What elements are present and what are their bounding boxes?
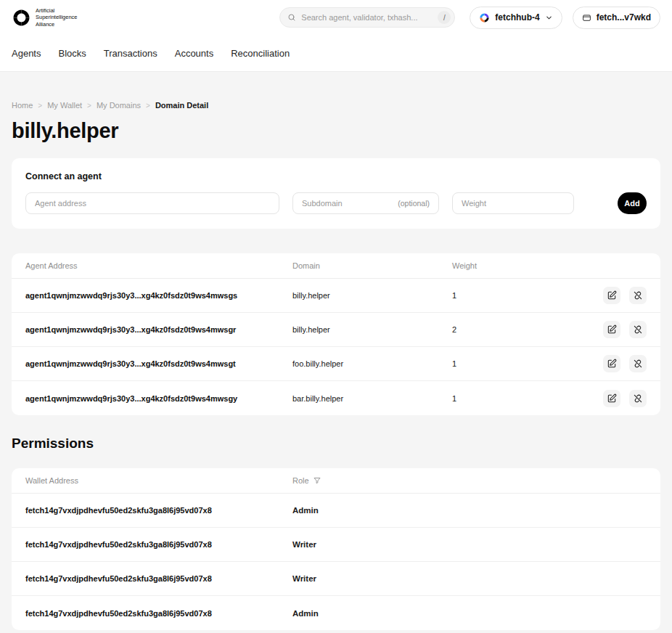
- row-actions: [603, 355, 647, 372]
- agent-weight: 2: [452, 325, 603, 334]
- page-content: Home > My Wallet > My Domains > Domain D…: [0, 72, 672, 630]
- nav-item-agents[interactable]: Agents: [12, 48, 41, 59]
- table-row: fetch14g7vxdjpdhevfu50ed2skfu3ga8l6j95vd…: [12, 528, 660, 562]
- col-domain: Domain: [292, 261, 452, 270]
- permissions-table: Wallet Address Role fetch14g7vxdjpdhevfu…: [12, 468, 660, 630]
- table-row: agent1qwnjmzwwdq9rjs30y3...xg4kz0fsdz0t9…: [12, 313, 660, 347]
- network-selector-button[interactable]: fetchhub-4: [470, 7, 562, 29]
- search-icon: [287, 13, 296, 22]
- agents-table-header: Agent Address Domain Weight: [12, 253, 660, 279]
- table-row: fetch14g7vxdjpdhevfu50ed2skfu3ga8l6j95vd…: [12, 494, 660, 528]
- edit-agent-button[interactable]: [603, 321, 620, 338]
- nav-item-blocks[interactable]: Blocks: [58, 48, 86, 59]
- edit-agent-button[interactable]: [603, 390, 620, 407]
- edit-agent-button[interactable]: [603, 355, 620, 372]
- agent-address-field[interactable]: [25, 192, 279, 214]
- connect-agent-title: Connect an agent: [25, 171, 647, 181]
- asi-alliance-logo[interactable]: Artificial Superintelligence Alliance: [12, 7, 78, 28]
- subdomain-optional-hint: (optional): [398, 199, 430, 208]
- role-badge: Writer: [292, 574, 647, 583]
- agent-address: agent1qwnjmzwwdq9rjs30y3...xg4kz0fsdz0t9…: [25, 394, 292, 403]
- unlink-agent-button[interactable]: [629, 321, 647, 338]
- network-icon: [479, 12, 490, 23]
- wallet-address: fetch14g7vxdjpdhevfu50ed2skfu3ga8l6j95vd…: [25, 609, 292, 618]
- row-actions: [603, 287, 647, 304]
- breadcrumb: Home > My Wallet > My Domains > Domain D…: [12, 72, 660, 110]
- subdomain-field[interactable]: (optional): [292, 192, 439, 214]
- permissions-title: Permissions: [12, 436, 660, 452]
- table-row: agent1qwnjmzwwdq9rjs30y3...xg4kz0fsdz0t9…: [12, 347, 660, 381]
- agent-address: agent1qwnjmzwwdq9rjs30y3...xg4kz0fsdz0t9…: [25, 359, 292, 368]
- breadcrumb-domain-detail: Domain Detail: [155, 101, 208, 110]
- connect-agent-form: (optional) Add: [25, 192, 647, 214]
- agent-domain: billy.helper: [292, 325, 452, 334]
- main-nav: Agents Blocks Transactions Accounts Reco…: [0, 35, 672, 72]
- page-title: billy.helper: [12, 119, 660, 143]
- table-row: fetch14g7vxdjpdhevfu50ed2skfu3ga8l6j95vd…: [12, 596, 660, 630]
- wallet-address: fetch14g7vxdjpdhevfu50ed2skfu3ga8l6j95vd…: [25, 574, 292, 583]
- col-agent-address: Agent Address: [25, 261, 292, 270]
- permissions-table-header: Wallet Address Role: [12, 468, 660, 494]
- top-bar: Artificial Superintelligence Alliance / …: [0, 0, 672, 35]
- wallet-icon: [582, 13, 591, 23]
- nav-item-transactions[interactable]: Transactions: [104, 48, 157, 59]
- wallet-address: fetch14g7vxdjpdhevfu50ed2skfu3ga8l6j95vd…: [25, 506, 292, 515]
- role-filter-icon[interactable]: [313, 476, 321, 485]
- agents-table: Agent Address Domain Weight agent1qwnjmz…: [12, 253, 660, 415]
- breadcrumb-separator: >: [87, 102, 91, 110]
- chevron-down-icon: [545, 14, 553, 22]
- connect-agent-card: Connect an agent (optional) Add: [12, 158, 660, 229]
- subdomain-input[interactable]: [302, 199, 398, 208]
- role-badge: Admin: [292, 609, 647, 618]
- wallet-button[interactable]: fetch...v7wkd: [573, 7, 660, 29]
- agent-address-input[interactable]: [35, 199, 270, 208]
- breadcrumb-separator: >: [38, 102, 42, 110]
- asi-logo-wordmark: Artificial Superintelligence Alliance: [36, 7, 78, 28]
- weight-input[interactable]: [462, 199, 565, 208]
- agent-address: agent1qwnjmzwwdq9rjs30y3...xg4kz0fsdz0t9…: [25, 325, 292, 334]
- search-shortcut-badge: /: [438, 11, 451, 24]
- breadcrumb-home[interactable]: Home: [12, 101, 33, 110]
- unlink-agent-button[interactable]: [629, 287, 647, 304]
- breadcrumb-my-wallet[interactable]: My Wallet: [47, 101, 82, 110]
- breadcrumb-my-domains[interactable]: My Domains: [97, 101, 141, 110]
- table-row: agent1qwnjmzwwdq9rjs30y3...xg4kz0fsdz0t9…: [12, 381, 660, 415]
- add-agent-button[interactable]: Add: [618, 192, 647, 214]
- weight-field[interactable]: [452, 192, 574, 214]
- global-search[interactable]: /: [279, 7, 455, 28]
- agent-weight: 1: [452, 291, 603, 300]
- edit-agent-button[interactable]: [603, 287, 620, 304]
- role-badge: Writer: [292, 540, 647, 549]
- row-actions: [603, 321, 647, 338]
- asi-logo-icon: [12, 8, 31, 28]
- network-label: fetchhub-4: [495, 12, 539, 23]
- agent-domain: foo.billy.helper: [292, 359, 452, 368]
- col-role: Role: [292, 476, 309, 485]
- agent-weight: 1: [452, 394, 603, 403]
- nav-item-accounts[interactable]: Accounts: [175, 48, 213, 59]
- breadcrumb-separator: >: [146, 102, 150, 110]
- col-weight: Weight: [452, 261, 647, 270]
- col-wallet-address: Wallet Address: [25, 476, 292, 485]
- unlink-agent-button[interactable]: [629, 390, 647, 407]
- agent-weight: 1: [452, 359, 603, 368]
- search-input[interactable]: [301, 13, 433, 22]
- unlink-agent-button[interactable]: [629, 355, 647, 372]
- role-badge: Admin: [292, 506, 647, 515]
- wallet-address: fetch14g7vxdjpdhevfu50ed2skfu3ga8l6j95vd…: [25, 540, 292, 549]
- nav-item-reconciliation[interactable]: Reconciliation: [231, 48, 290, 59]
- table-row: agent1qwnjmzwwdq9rjs30y3...xg4kz0fsdz0t9…: [12, 279, 660, 313]
- agent-address: agent1qwnjmzwwdq9rjs30y3...xg4kz0fsdz0t9…: [25, 291, 292, 300]
- agent-domain: bar.billy.helper: [292, 394, 452, 403]
- agent-domain: billy.helper: [292, 291, 452, 300]
- row-actions: [603, 390, 647, 407]
- table-row: fetch14g7vxdjpdhevfu50ed2skfu3ga8l6j95vd…: [12, 562, 660, 596]
- wallet-address-label: fetch...v7wkd: [597, 12, 651, 23]
